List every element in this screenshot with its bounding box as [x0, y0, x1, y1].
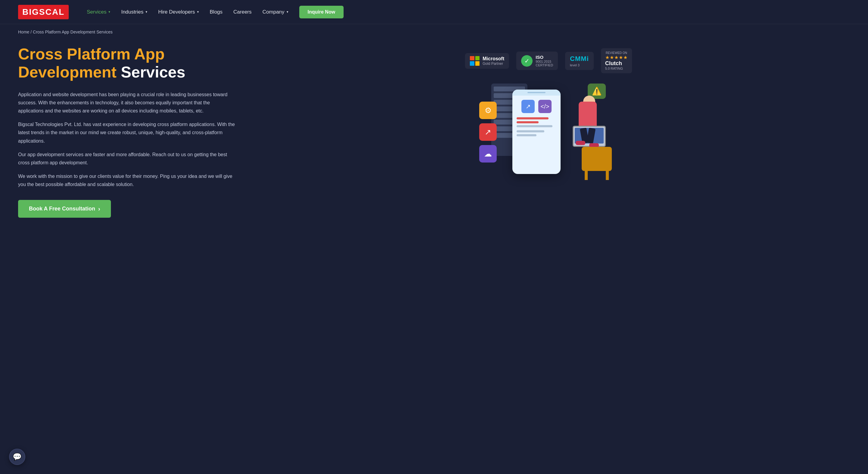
nav-item-industries[interactable]: Industries ▾	[121, 9, 147, 15]
nav-item-services[interactable]: Services ▾	[87, 9, 110, 15]
chevron-down-icon: ▾	[108, 10, 110, 14]
chevron-down-icon: ▾	[146, 10, 147, 14]
microsoft-logo-icon	[470, 56, 479, 66]
breadcrumb-separator: /	[30, 30, 33, 34]
hero-section: Cross Platform App Development Services …	[0, 36, 868, 233]
chevron-down-icon: ▾	[287, 10, 288, 14]
hero-para-3: Our app development services are faster …	[18, 150, 235, 167]
chat-widget[interactable]: 💬	[9, 449, 25, 465]
hero-para-1: Application and website development has …	[18, 90, 235, 115]
phone-mockup: ↗ </>	[513, 90, 561, 174]
badge-clutch: REVIEWED ON ★★★★★ Clutch 5.0 RATING	[601, 48, 632, 73]
nav-item-hire-developers[interactable]: Hire Developers ▾	[158, 9, 199, 15]
cloud-icon: ☁	[479, 145, 497, 162]
share-icon-blue: ↗	[521, 100, 535, 113]
person-body	[579, 101, 597, 129]
code-icon: </>	[538, 100, 552, 113]
chevron-down-icon: ▾	[197, 10, 199, 14]
chair	[582, 147, 612, 171]
hero-para-4: We work with the mission to give our cli…	[18, 172, 235, 188]
hero-right: Microsoft Gold Partner ✓ ISO 9001:2015 C…	[247, 45, 850, 180]
hero-illustration: ⚙ ↗ ☁ ↗ </>	[473, 84, 624, 180]
nav-links: Services ▾ Industries ▾ Hire Developers …	[87, 6, 850, 19]
breadcrumb: Home / Cross Platform App Development Se…	[0, 24, 868, 36]
person-shoe-left	[576, 141, 585, 145]
navbar: BIGSCAL Services ▾ Industries ▾ Hire Dev…	[0, 0, 868, 24]
person-illustration	[572, 96, 621, 174]
share-icon-red: ↗	[479, 123, 497, 141]
breadcrumb-current: Cross Platform App Development Services	[33, 30, 113, 34]
breadcrumb-home[interactable]: Home	[18, 30, 29, 34]
badges-row: Microsoft Gold Partner ✓ ISO 9001:2015 C…	[465, 48, 632, 73]
nav-item-careers[interactable]: Careers	[233, 9, 251, 15]
side-icons: ⚙ ↗ ☁	[479, 101, 497, 162]
page-title: Cross Platform App Development Services	[18, 45, 235, 81]
iso-check-icon: ✓	[521, 55, 532, 67]
nav-item-blogs[interactable]: Blogs	[210, 9, 223, 15]
book-consultation-button[interactable]: Book A Free Consultation ›	[18, 200, 111, 218]
badge-cmmi: CMMi level 3	[565, 52, 594, 70]
inquire-now-button[interactable]: Inquire Now	[299, 6, 344, 19]
arrow-icon: ›	[98, 205, 100, 212]
badge-microsoft: Microsoft Gold Partner	[465, 53, 509, 69]
chat-icon: 💬	[13, 452, 22, 461]
hero-left: Cross Platform App Development Services …	[18, 45, 235, 218]
logo[interactable]: BIGSCAL	[18, 5, 69, 19]
badge-iso: ✓ ISO 9001:2015 CERTIFIED	[516, 52, 558, 70]
nav-item-company[interactable]: Company ▾	[262, 9, 288, 15]
hero-para-2: Bigscal Technologies Pvt. Ltd. has vast …	[18, 120, 235, 145]
settings-icon: ⚙	[479, 101, 497, 119]
